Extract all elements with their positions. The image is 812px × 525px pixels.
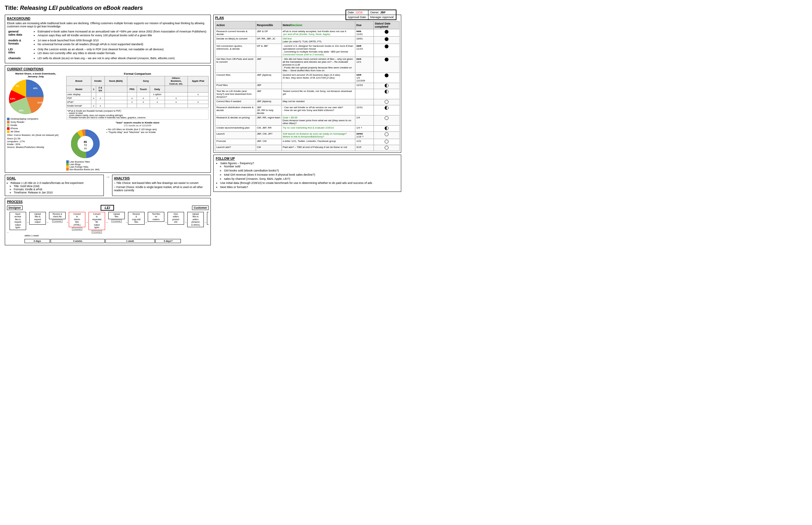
page-title: Title: Releasing LEI publications on eBo…	[5, 5, 401, 12]
goal-section: GOAL Release 1 LEI title on 2-3 readers/…	[5, 175, 104, 196]
format-row-epub: ePub* x x x x x	[67, 100, 208, 104]
svg-text:40%: 40%	[33, 87, 38, 89]
format-table-area: Format Comparison Brand Kindle Nook (B&N…	[66, 72, 208, 170]
svg-text:19.5%: 19.5%	[37, 102, 44, 104]
format-row-kindle: Kindle format* x x	[67, 104, 208, 108]
plan-row-3: Get conversion quotes, references, & dec…	[215, 44, 400, 57]
customer-label: Customer	[192, 206, 208, 210]
plan-row-5: Convert files JBF (Aptera) Quoted turn-a…	[215, 73, 400, 83]
timing-row: 3 days 4 weeks 1 week 3 days?	[7, 239, 208, 243]
lei-label: LEI	[101, 205, 114, 211]
pie-chart-area: Market Share, e-book Downloads,January–J…	[7, 72, 64, 170]
step-convert-requested: Converttorequestedfileoutputtypes Conver…	[88, 212, 105, 234]
format-table: Brand Kindle Nook (B&N) Sony Others:Book…	[66, 76, 208, 108]
plan-row-2: Decide on title(s) to convert DP, RR, JB…	[215, 36, 400, 44]
kindle-search-area: "lean" search results in Kindle store 17…	[66, 121, 208, 170]
current-conditions-section: CURRENT CONDITIONS Market Share, e-book …	[5, 65, 211, 173]
process-section: PROCESS Designer LEI Customer ← Save	[5, 198, 211, 245]
plan-row-4: Get files from Off-Piste and send to con…	[215, 57, 400, 73]
svg-text:72: 72	[84, 144, 87, 147]
background-section: BACKGROUND Ebook sales are increasing wh…	[5, 15, 211, 63]
background-intro: Ebook sales are increasing while traditi…	[7, 21, 208, 28]
search-notes: • No LEI titles on Kindle (but 2 LEI blo…	[106, 128, 157, 134]
bg-row-lei: LEItitles Only the Lexicon exists as an …	[7, 47, 208, 56]
format-note: *ePub & Kindle are flowable formats (com…	[66, 109, 208, 120]
plan-row-12: Launch JBF, CM, JR? Soft launch on Amazo…	[215, 132, 400, 139]
plan-row-9: Research distribution channels & decide …	[215, 105, 400, 116]
step-upload-sellers: Uploadfiles tosellers(Amazon& others)	[187, 212, 204, 227]
designer-label: Designer	[7, 206, 23, 210]
plan-row-11: Create launch/marketing plan CM, JBF, RR…	[215, 126, 400, 132]
plan-table: Action Responsible Notes/Decision Due St…	[215, 21, 400, 151]
format-row-color: color display x option x	[67, 93, 208, 96]
plan-row-14: Launch ads? CM Paid ads? – TBD at end of…	[215, 145, 400, 151]
bg-row-channels: channels LEI sells its ebook (eLex) on l…	[7, 56, 208, 61]
donut-chart: 85 72 10 Lean Business Titles Lean Blogs…	[66, 128, 104, 170]
analysis-section: ANALYSIS ○ Title Choice: test-based titl…	[112, 175, 211, 196]
bg-row-general: generalsales data Estimated e-book sales…	[7, 29, 208, 38]
step-webpage: Itemwebpagemadeactive	[207, 212, 208, 225]
plan-row-8: Correct files if needed JBF (Aptera) May…	[215, 99, 400, 105]
plan-row-10: Research & decide on pricing JBF, RR, mg…	[215, 116, 400, 126]
process-flow: ← Save/archivefiles &requestoutputtypes …	[7, 212, 208, 234]
metadata-box: Date: 12/16 Owner: JBF Approval Date: Ma…	[346, 10, 396, 20]
plan-row-1: Research current formats & decide JBF & …	[215, 29, 400, 36]
cc-title: CURRENT CONDITIONS	[7, 68, 208, 71]
plan-row-6: Proof files JBF 12/23	[215, 83, 400, 89]
svg-text:28%: 28%	[19, 109, 24, 112]
background-table: generalsales data Estimated e-book sales…	[7, 29, 208, 61]
svg-text:10: 10	[84, 147, 87, 150]
step-test-readers: Test filesonreaders	[148, 212, 164, 222]
plan-row-7: Test file on LEI Kindle (and Sony?) and …	[215, 89, 400, 99]
flow-steps-row: Save/archivefiles &requestoutputtypes → …	[10, 212, 208, 234]
plan-row-13: Promote JBF, CM e-letter 1/21, Twitter, …	[215, 139, 400, 145]
step-receive-copy: Receive&copy-editfiles	[128, 212, 145, 225]
step-convert-interim: Converttointerimfiles(HTML) Converter	[69, 212, 85, 231]
plan-section: PLAN Action Responsible Notes/Decision D…	[213, 15, 401, 153]
background-title: BACKGROUND	[7, 17, 208, 20]
within-week-label: within 1 week	[25, 234, 208, 237]
step-save: Save/archivefiles &requestoutputtypes	[10, 212, 26, 230]
step-upload-files: Uploadfiles Converter	[108, 212, 125, 223]
step-upload: Uploadfiles &requestoutput	[29, 212, 46, 225]
bg-row-models: models &formats 14 new e-book launched f…	[7, 38, 208, 47]
svg-text:6.5%: 6.5%	[10, 98, 16, 100]
goal-analysis-row: GOAL Release 1 LEI title on 2-3 readers/…	[5, 175, 211, 196]
goal-analysis-arrow: →	[106, 175, 110, 196]
step-receive-check: Receive &check file Converter	[49, 212, 66, 223]
pie-chart-svg: 40% 19.5% 28% 6.5% 6%	[7, 78, 45, 116]
format-row-pdf: PDF x x x x x x	[67, 96, 208, 100]
svg-text:6%: 6%	[16, 85, 19, 87]
followup-section: FOLLOW UP Sales figures – frequency? Num…	[213, 155, 401, 192]
svg-text:85: 85	[84, 140, 87, 144]
step-give-sellers: Givesellersproductinfo	[168, 212, 184, 225]
